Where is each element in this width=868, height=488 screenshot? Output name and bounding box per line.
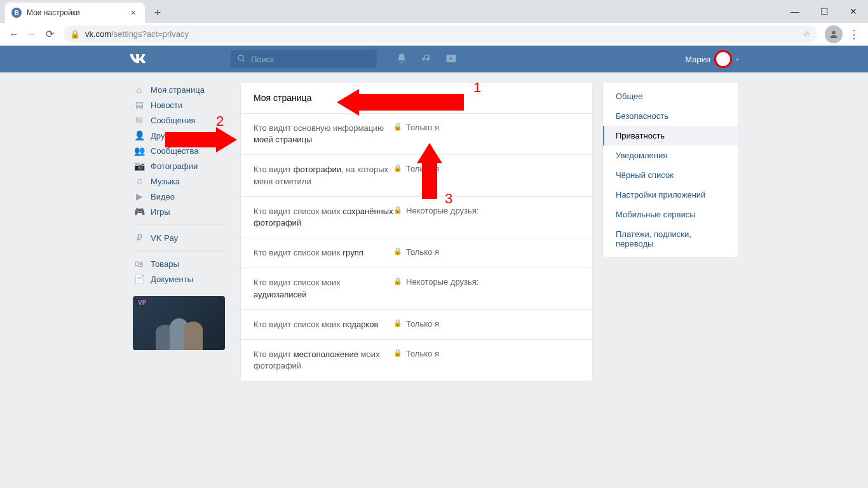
video-play-icon[interactable] [445,53,457,66]
window-close-icon[interactable]: ✕ [839,0,868,23]
groups-icon: 👥 [133,146,146,156]
nav-my-page[interactable]: ⌂Моя страница [129,82,231,97]
nav-goods[interactable]: 🛍Товары [129,256,231,271]
privacy-row[interactable]: Кто видит основную информацию моей стран… [241,114,592,155]
chevron-down-icon: ▾ [736,56,739,63]
privacy-card: Моя страница Кто видит основную информац… [240,82,593,381]
nav-separator [133,224,227,225]
settings-notifications[interactable]: Уведомления [603,146,738,165]
vk-header: Поиск Мария ▾ [0,46,868,72]
lock-icon: 🔒 [393,247,402,255]
browser-toolbar: ← → ⟳ 🔒 vk.com/settings?act=privacy ☆ ⋮ [0,23,868,46]
lock-icon: 🔒 [393,319,402,327]
user-menu[interactable]: Мария ▾ [685,50,739,68]
nav-news[interactable]: ▤Новости [129,97,231,112]
music-icon: ♫ [133,176,146,186]
settings-general[interactable]: Общее [603,86,738,106]
tab-close-icon[interactable]: × [128,8,139,18]
privacy-label: Кто видит местоположение моих фотографий [254,349,393,372]
nav-friends[interactable]: 👤Друзья [129,128,231,143]
page-body: ⌂Моя страница ▤Новости ✉Сообщения 👤Друзь… [0,72,868,488]
privacy-label: Кто видит фотографии, на которых меня от… [254,164,393,187]
nav-music[interactable]: ♫Музыка [129,173,231,189]
vk-logo-icon[interactable] [129,54,154,64]
privacy-value: 🔒Только я [393,123,439,146]
chrome-menu-icon[interactable]: ⋮ [845,25,863,43]
vk-favicon: В [11,8,22,18]
address-bar[interactable]: 🔒 vk.com/settings?act=privacy ☆ [64,25,817,43]
privacy-row[interactable]: Кто видит фотографии, на которых меня от… [241,155,592,196]
nav-vkpay[interactable]: ₽VK Pay [129,230,231,245]
privacy-value: 🔒Только я [393,349,439,372]
nav-communities[interactable]: 👥Сообщества [129,143,231,158]
messages-icon: ✉ [133,115,146,125]
sidebar-ad[interactable] [133,296,225,350]
nav-video[interactable]: ▶Видео [129,189,231,204]
notifications-icon[interactable] [396,53,407,66]
privacy-label: Кто видит список моих сохранённых фотогр… [254,206,393,229]
window-maximize-icon[interactable]: ☐ [810,0,839,23]
nav-separator [133,250,227,251]
lock-icon: 🔒 [393,123,402,131]
nav-photos[interactable]: 📷Фотографии [129,158,231,173]
nav-back-icon[interactable]: ← [5,25,23,43]
svg-line-2 [243,59,245,61]
privacy-value: 🔒Некоторые друзья: [393,206,478,229]
privacy-label: Кто видит список моих групп [254,247,393,259]
privacy-row[interactable]: Кто видит список моих аудиозаписей 🔒Неко… [241,268,592,309]
user-avatar [714,50,732,68]
svg-point-0 [832,30,835,34]
browser-tabstrip: В Мои настройки × + — ☐ ✕ [0,0,868,23]
nav-forward-icon[interactable]: → [23,25,41,43]
home-icon: ⌂ [133,85,146,95]
left-sidebar: ⌂Моя страница ▤Новости ✉Сообщения 👤Друзь… [129,82,231,381]
privacy-row[interactable]: Кто видит местоположение моих фотографий… [241,340,592,381]
search-icon [237,54,246,65]
settings-payments[interactable]: Платежи, подписки, переводы [603,224,738,254]
user-name: Мария [685,55,710,64]
nav-games[interactable]: 🎮Игры [129,204,231,219]
settings-security[interactable]: Безопасность [603,106,738,126]
search-box[interactable]: Поиск [231,50,377,68]
lock-icon: 🔒 [393,349,402,357]
music-player-icon[interactable] [421,53,431,65]
news-icon: ▤ [133,100,146,110]
privacy-value: 🔒Некоторые друзья: [393,277,478,300]
url-host: vk.com [85,29,111,39]
privacy-row[interactable]: Кто видит список моих групп 🔒Только я [241,238,592,268]
nav-documents[interactable]: 📄Документы [129,271,231,287]
tab-title: Мои настройки [27,8,80,17]
friends-icon: 👤 [133,130,146,140]
browser-tab[interactable]: В Мои настройки × [5,3,145,23]
bookmark-star-icon[interactable]: ☆ [803,29,811,39]
lock-icon: 🔒 [393,164,402,172]
lock-icon: 🔒 [393,277,402,285]
docs-icon: 📄 [133,274,146,284]
privacy-row[interactable]: Кто видит список моих подарков 🔒Только я [241,310,592,340]
nav-messages[interactable]: ✉Сообщения [129,112,231,128]
camera-icon: 📷 [133,161,146,171]
settings-apps[interactable]: Настройки приложений [603,185,738,205]
page-title: Моя страница [241,83,592,114]
settings-privacy[interactable]: Приватность [603,126,738,146]
lock-icon: 🔒 [70,29,80,39]
chrome-profile-icon[interactable] [825,25,843,43]
window-minimize-icon[interactable]: — [780,0,810,23]
nav-reload-icon[interactable]: ⟳ [41,25,58,43]
search-placeholder: Поиск [251,55,274,64]
video-icon: ▶ [133,191,146,201]
privacy-value: 🔒Только я [393,247,439,259]
settings-blacklist[interactable]: Чёрный список [603,165,738,185]
annotation-number-3: 3 [445,191,452,207]
privacy-row[interactable]: Кто видит список моих сохранённых фотогр… [241,197,592,238]
privacy-value: 🔒Только я [393,164,439,187]
goods-icon: 🛍 [133,259,146,269]
settings-mobile[interactable]: Мобильные сервисы [603,205,738,224]
privacy-label: Кто видит основную информацию моей стран… [254,123,393,146]
privacy-label: Кто видит список моих подарков [254,319,393,330]
games-icon: 🎮 [133,207,146,217]
url-path: /settings?act=privacy [111,29,189,39]
privacy-value: 🔒Только я [393,319,439,330]
new-tab-button[interactable]: + [149,4,166,22]
annotation-number-1: 1 [473,79,481,96]
